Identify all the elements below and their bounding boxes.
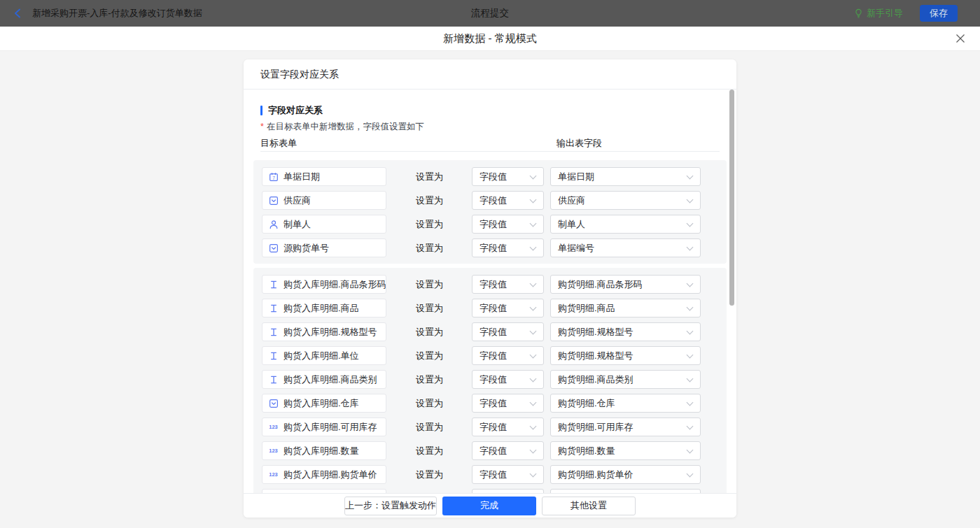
column-output-fields: 输出表字段 <box>556 137 602 150</box>
value-type-select[interactable]: 字段值 <box>472 215 544 234</box>
previous-step-button[interactable]: 上一步：设置触发动作 <box>344 497 437 515</box>
output-field-select[interactable]: 购货明细.规格型号 <box>550 322 701 341</box>
output-field-select[interactable]: 制单人 <box>550 215 701 234</box>
value-type-selected: 字段值 <box>479 421 507 434</box>
value-type-select[interactable]: 字段值 <box>472 370 544 389</box>
value-type-selected: 字段值 <box>479 302 507 315</box>
target-field-label: 购货入库明细.商品类别 <box>284 373 377 386</box>
number-field-icon: 123 <box>268 469 279 480</box>
save-button[interactable]: 保存 <box>920 5 958 22</box>
output-field-select[interactable]: 单据编号 <box>550 238 701 257</box>
back-button[interactable] <box>11 7 24 20</box>
target-field-label: 购货入库明细.仓库 <box>284 397 359 410</box>
output-field-select[interactable]: 购货明细.购货单价 <box>550 465 701 484</box>
text-field-icon <box>268 303 279 313</box>
mapping-row: 购货入库明细.规格型号 设置为 字段值 购货明细.规格型号 <box>262 322 727 341</box>
close-icon <box>955 34 965 43</box>
select-field-icon <box>268 243 279 253</box>
mapping-row: 123 购货入库明细.可用库存 设置为 字段值 购货明细.可用库存 <box>262 418 727 436</box>
target-field-box: 购货入库明细.规格型号 <box>262 322 386 341</box>
value-type-select[interactable]: 字段值 <box>472 299 544 317</box>
target-field-box: 123 购货入库明细.可用库存 <box>262 418 386 436</box>
text-field-icon <box>268 350 279 361</box>
output-field-selected: 供应商 <box>558 194 585 207</box>
output-field-select[interactable]: 购货明细.数量 <box>550 441 701 460</box>
target-field-box: 购货入库明细.单位 <box>262 346 386 365</box>
value-type-select[interactable]: 字段值 <box>472 238 544 257</box>
other-settings-button[interactable]: 其他设置 <box>542 497 636 515</box>
value-type-selected: 字段值 <box>479 278 507 291</box>
lightbulb-icon <box>854 8 863 18</box>
value-type-select[interactable]: 字段值 <box>472 346 544 365</box>
value-type-select[interactable]: 字段值 <box>472 394 544 413</box>
modal-body: 设置字段对应关系 字段对应关系 *在目标表单中新增数据，字段值设置如下 目标表单… <box>0 51 980 528</box>
mapping-row: 制单人 设置为 字段值 制单人 <box>262 215 727 234</box>
field-mapping-card: 设置字段对应关系 字段对应关系 *在目标表单中新增数据，字段值设置如下 目标表单… <box>244 59 736 518</box>
mapping-group-detail: 购货入库明细.商品条形码 设置为 字段值 购货明细.商品条形码 购货入库明细.商… <box>253 268 727 514</box>
user-field-icon <box>268 219 279 229</box>
value-type-select[interactable]: 字段值 <box>472 191 544 210</box>
card-body: 字段对应关系 *在目标表单中新增数据，字段值设置如下 目标表单 输出表字段 7 … <box>244 105 736 514</box>
set-as-label: 设置为 <box>416 421 443 434</box>
output-field-select[interactable]: 供应商 <box>550 191 701 210</box>
mapping-row: 购货入库明细.单位 设置为 字段值 购货明细.规格型号 <box>262 346 727 365</box>
value-type-select[interactable]: 字段值 <box>472 418 544 436</box>
target-field-label: 购货入库明细.购货单价 <box>284 469 377 481</box>
target-field-box: 购货入库明细.商品 <box>262 299 386 317</box>
target-field-box: 制单人 <box>262 215 386 234</box>
done-button[interactable]: 完成 <box>442 497 536 515</box>
value-type-select[interactable]: 字段值 <box>472 167 544 186</box>
output-field-selected: 购货明细.商品类别 <box>558 373 634 386</box>
mapping-row: 123 购货入库明细.购货单价 设置为 字段值 购货明细.购货单价 <box>262 465 727 484</box>
target-field-label: 供应商 <box>284 194 311 207</box>
select-field-icon <box>268 398 279 408</box>
output-field-select[interactable]: 购货明细.商品 <box>550 299 701 317</box>
output-field-select[interactable]: 购货明细.商品类别 <box>550 370 701 389</box>
mapping-row: 供应商 设置为 字段值 供应商 <box>262 191 727 210</box>
value-type-select[interactable]: 字段值 <box>472 322 544 341</box>
value-type-selected: 字段值 <box>479 445 507 457</box>
output-field-select[interactable]: 购货明细.可用库存 <box>550 418 701 436</box>
target-field-box: 供应商 <box>262 191 386 210</box>
set-as-label: 设置为 <box>416 350 443 362</box>
output-field-select[interactable]: 购货明细.仓库 <box>550 394 701 413</box>
output-field-select[interactable]: 购货明细.商品条形码 <box>550 275 701 294</box>
select-field-icon <box>268 195 279 206</box>
close-button[interactable] <box>955 33 966 44</box>
text-field-icon <box>268 327 279 337</box>
svg-text:7: 7 <box>272 175 275 180</box>
set-as-label: 设置为 <box>416 373 443 386</box>
output-field-selected: 购货明细.可用库存 <box>558 421 634 434</box>
required-mark: * <box>260 122 264 131</box>
set-as-label: 设置为 <box>416 445 443 457</box>
output-field-select[interactable]: 购货明细.规格型号 <box>550 346 701 365</box>
scrollbar-thumb[interactable] <box>729 90 734 306</box>
output-field-selected: 购货明细.购货单价 <box>558 469 634 481</box>
value-type-select[interactable]: 字段值 <box>472 465 544 484</box>
modal-header: 新增数据 - 常规模式 <box>0 27 980 51</box>
target-field-box: 购货入库明细.商品条形码 <box>262 275 386 294</box>
column-headers: 目标表单 输出表字段 <box>260 137 720 152</box>
section-marker <box>260 106 262 115</box>
set-as-label: 设置为 <box>416 194 443 207</box>
mapping-row: 购货入库明细.商品条形码 设置为 字段值 购货明细.商品条形码 <box>262 275 727 294</box>
workflow-title: 新增采购开票-入库-付款及修改订货单数据 <box>32 7 202 20</box>
set-as-label: 设置为 <box>416 242 443 255</box>
target-field-label: 购货入库明细.可用库存 <box>284 421 377 434</box>
value-type-selected: 字段值 <box>479 171 507 183</box>
mapping-group-main: 7 单据日期 设置为 字段值 单据日期 供应商 设置为 字段值 供应商 制单人 … <box>253 160 727 264</box>
value-type-select[interactable]: 字段值 <box>472 275 544 294</box>
target-field-box: 源购货单号 <box>262 238 386 257</box>
value-type-select[interactable]: 字段值 <box>472 441 544 460</box>
target-field-box: 123 购货入库明细.购货单价 <box>262 465 386 484</box>
mapping-row: 购货入库明细.商品 设置为 字段值 购货明细.商品 <box>262 299 727 317</box>
target-field-label: 购货入库明细.数量 <box>284 445 359 457</box>
value-type-selected: 字段值 <box>479 469 507 481</box>
mapping-row: 购货入库明细.仓库 设置为 字段值 购货明细.仓库 <box>262 394 727 413</box>
number-field-icon: 123 <box>268 445 279 456</box>
set-as-label: 设置为 <box>416 218 443 231</box>
beginner-guide-button[interactable]: 新手引导 <box>854 7 903 20</box>
output-field-select[interactable]: 单据日期 <box>550 167 701 186</box>
output-field-selected: 购货明细.数量 <box>558 445 615 457</box>
output-field-selected: 购货明细.商品 <box>558 302 615 315</box>
